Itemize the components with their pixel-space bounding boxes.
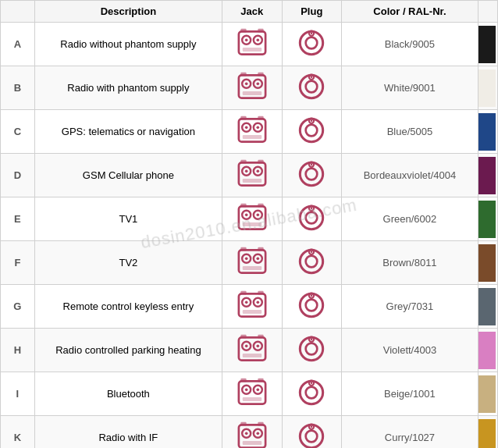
svg-point-33 [306,125,318,137]
row-color-swatch [478,66,497,110]
row-letter: E [1,197,35,241]
svg-rect-114 [240,422,246,426]
svg-point-16 [256,83,259,86]
row-plug-icon [282,285,341,329]
svg-point-59 [311,208,312,209]
svg-point-83 [311,295,312,297]
svg-point-39 [245,170,248,173]
table-row: K Radio with IF Curry/1027 [1,416,498,449]
svg-point-52 [256,214,259,217]
row-description: Bluetooth [34,372,222,416]
svg-point-71 [311,251,312,253]
table-row: I Bluetooth Beige/1001 [1,372,498,416]
row-color-label: Green/6002 [342,197,478,241]
svg-point-23 [311,76,312,78]
svg-rect-6 [240,29,246,33]
row-jack-icon [222,110,282,154]
row-description: Radio with IF [34,416,222,449]
row-color-label: White/9001 [342,66,478,110]
table-row: H Radio controlled parking heating Viole… [1,329,498,372]
svg-rect-78 [240,291,246,295]
row-color-swatch [478,285,497,329]
row-description: Radio without phantom supply [34,23,222,66]
row-description: TV2 [34,241,222,285]
row-jack-icon [222,372,282,416]
svg-point-105 [306,387,318,399]
svg-rect-30 [240,116,246,120]
row-plug-icon [282,23,341,66]
svg-point-51 [245,214,248,217]
table-row: B Radio with phantom supply White/9001 [1,66,498,110]
row-description: GPS: telematics or navigation [34,110,222,154]
header-plug: Plug [282,1,341,23]
svg-point-76 [256,301,259,304]
row-letter: D [1,154,35,197]
header-description: Description [34,1,222,23]
header-letter [1,1,35,23]
row-color-swatch [478,372,497,416]
row-color-swatch [478,241,497,285]
header-jack: Jack [222,1,282,23]
svg-point-112 [256,432,259,436]
row-plug-icon [282,241,341,285]
row-letter: H [1,329,35,372]
svg-rect-115 [258,422,263,426]
header-color: Color / RAL-Nr. [342,1,478,23]
row-color-label: Bordeauxviolet/4004 [342,154,478,197]
row-jack-icon [222,241,282,285]
row-color-label: Violett/4003 [342,329,478,372]
table-row: E TV1 Green/6002 [1,197,498,241]
svg-point-40 [256,170,259,173]
svg-rect-113 [243,441,261,445]
svg-rect-67 [258,247,263,251]
svg-point-64 [256,258,259,261]
row-letter: B [1,66,35,110]
svg-point-15 [245,83,248,86]
table-row: G Remote control keyless entry Grey/7031 [1,285,498,329]
row-description: GSM Cellular phone [34,154,222,197]
svg-point-107 [311,382,312,384]
svg-point-11 [311,33,312,34]
row-color-swatch [478,197,497,241]
svg-rect-103 [258,379,263,382]
svg-rect-43 [258,160,263,164]
svg-point-69 [306,256,318,268]
row-jack-icon [222,329,282,372]
row-plug-icon [282,66,341,110]
svg-rect-89 [243,354,261,357]
svg-point-35 [311,120,312,122]
svg-point-117 [306,431,318,443]
svg-point-45 [306,169,318,180]
row-plug-icon [282,416,341,449]
svg-rect-91 [258,335,263,339]
svg-point-27 [245,126,248,130]
row-letter: I [1,372,35,416]
row-jack-icon [222,66,282,110]
svg-rect-53 [243,222,261,226]
row-jack-icon [222,285,282,329]
row-description: Remote control keyless entry [34,285,222,329]
svg-rect-29 [243,135,261,139]
svg-rect-65 [243,266,261,270]
row-description: Radio controlled parking heating [34,329,222,372]
row-letter: A [1,23,35,66]
svg-rect-79 [258,291,263,295]
row-description: TV1 [34,197,222,241]
svg-point-63 [245,258,248,261]
svg-rect-77 [243,310,261,314]
svg-point-87 [245,345,248,348]
svg-point-111 [245,432,248,436]
svg-rect-17 [243,91,261,95]
svg-rect-7 [258,29,263,33]
svg-point-21 [306,81,318,93]
row-plug-icon [282,154,341,197]
row-letter: C [1,110,35,154]
row-color-label: Curry/1027 [342,416,478,449]
svg-rect-31 [258,116,263,120]
svg-rect-42 [240,160,246,164]
table-row: A Radio without phantom supply Black/900… [1,23,498,66]
row-plug-icon [282,197,341,241]
row-color-label: Brown/8011 [342,241,478,285]
svg-point-9 [306,37,318,49]
row-letter: F [1,241,35,285]
